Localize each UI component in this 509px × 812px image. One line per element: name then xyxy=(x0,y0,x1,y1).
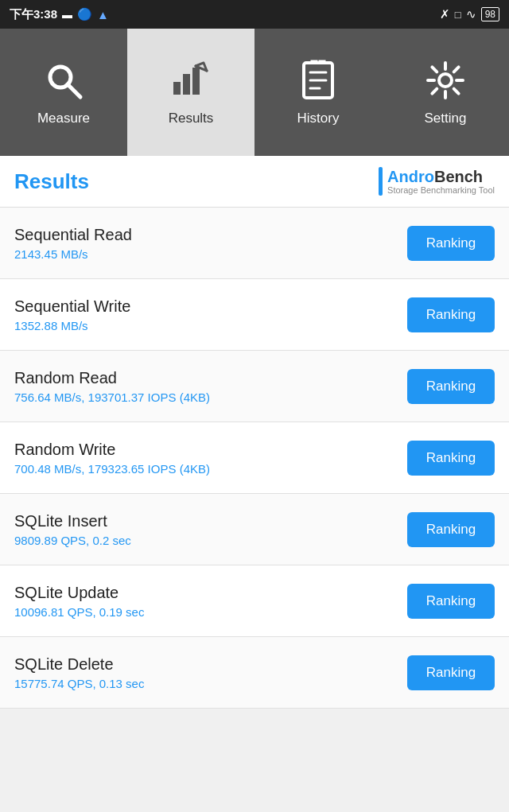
notification-icon: 🔵 xyxy=(77,7,92,21)
table-row: Sequential Write1352.88 MB/sRanking xyxy=(0,279,509,351)
ranking-button[interactable]: Ranking xyxy=(407,512,495,547)
result-info: Random Read756.64 MB/s, 193701.37 IOPS (… xyxy=(14,369,210,404)
result-info: SQLite Insert9809.89 QPS, 0.2 sec xyxy=(14,512,131,547)
history-icon xyxy=(296,58,340,103)
tab-history[interactable]: History xyxy=(254,29,382,156)
result-name: Random Write xyxy=(14,441,210,459)
ranking-button[interactable]: Ranking xyxy=(407,226,495,261)
svg-rect-3 xyxy=(183,74,190,95)
result-name: Sequential Read xyxy=(14,226,132,244)
brand-bar xyxy=(379,167,383,196)
vpn-icon: ▲ xyxy=(97,8,109,21)
result-value: 1352.88 MB/s xyxy=(14,319,130,332)
tab-results-label: Results xyxy=(169,111,214,126)
table-row: Random Write700.48 MB/s, 179323.65 IOPS … xyxy=(0,422,509,494)
table-row: Sequential Read2143.45 MB/sRanking xyxy=(0,208,509,279)
brand-sub: Storage Benchmarking Tool xyxy=(387,185,495,195)
status-bar: 下午3:38 ▬ 🔵 ▲ ✗ □ ∿ 98 xyxy=(0,0,509,29)
status-time: 下午3:38 xyxy=(10,7,57,22)
tab-history-label: History xyxy=(297,111,340,126)
ranking-button[interactable]: Ranking xyxy=(407,584,495,619)
result-value: 9809.89 QPS, 0.2 sec xyxy=(14,534,131,547)
result-info: SQLite Delete15775.74 QPS, 0.13 sec xyxy=(14,655,144,690)
result-info: Sequential Write1352.88 MB/s xyxy=(14,297,130,332)
tab-setting-label: Setting xyxy=(425,111,467,126)
battery-icon: 98 xyxy=(481,7,499,21)
results-header: Results AndroBench Storage Benchmarking … xyxy=(0,156,509,208)
ranking-button[interactable]: Ranking xyxy=(407,441,495,476)
results-icon xyxy=(169,58,213,103)
svg-line-1 xyxy=(68,84,80,97)
brand-name-2: Bench xyxy=(434,168,483,185)
table-row: SQLite Insert9809.89 QPS, 0.2 secRanking xyxy=(0,494,509,565)
tab-results[interactable]: Results xyxy=(127,29,254,156)
result-name: SQLite Update xyxy=(14,584,144,602)
result-value: 700.48 MB/s, 179323.65 IOPS (4KB) xyxy=(14,462,210,476)
tab-setting[interactable]: Setting xyxy=(382,29,509,156)
svg-rect-4 xyxy=(192,68,200,95)
brand-name: AndroBench xyxy=(387,168,495,185)
brand-name-1: Andro xyxy=(387,168,434,185)
result-value: 15775.74 QPS, 0.13 sec xyxy=(14,677,144,690)
setting-icon xyxy=(423,58,468,103)
result-value: 756.64 MB/s, 193701.37 IOPS (4KB) xyxy=(14,390,210,404)
brand-logo: AndroBench Storage Benchmarking Tool xyxy=(379,167,495,196)
svg-point-10 xyxy=(439,74,452,87)
table-row: SQLite Update10096.81 QPS, 0.19 secRanki… xyxy=(0,565,509,637)
result-name: Random Read xyxy=(14,369,210,387)
result-info: Random Write700.48 MB/s, 179323.65 IOPS … xyxy=(14,441,210,476)
result-name: SQLite Delete xyxy=(14,655,144,674)
tab-measure-label: Measure xyxy=(37,111,90,126)
result-value: 10096.81 QPS, 0.19 sec xyxy=(14,605,144,619)
table-row: SQLite Delete15775.74 QPS, 0.13 secRanki… xyxy=(0,637,509,709)
result-info: Sequential Read2143.45 MB/s xyxy=(14,226,132,261)
result-value: 2143.45 MB/s xyxy=(14,247,132,261)
results-list: Sequential Read2143.45 MB/sRankingSequen… xyxy=(0,208,509,709)
wifi-icon: ∿ xyxy=(466,7,476,21)
tab-measure[interactable]: Measure xyxy=(0,29,127,156)
result-name: SQLite Insert xyxy=(14,512,131,530)
ranking-button[interactable]: Ranking xyxy=(407,369,495,404)
measure-icon xyxy=(41,58,86,103)
ranking-button[interactable]: Ranking xyxy=(407,655,495,690)
ranking-button[interactable]: Ranking xyxy=(407,297,495,332)
tab-bar: Measure Results xyxy=(0,29,509,156)
alert-icon: □ xyxy=(455,9,461,21)
svg-rect-2 xyxy=(173,82,181,95)
result-info: SQLite Update10096.81 QPS, 0.19 sec xyxy=(14,584,144,619)
table-row: Random Read756.64 MB/s, 193701.37 IOPS (… xyxy=(0,351,509,422)
bluetooth-icon: ✗ xyxy=(440,7,450,21)
result-name: Sequential Write xyxy=(14,297,130,316)
page-title: Results xyxy=(14,169,89,194)
sim-icon: ▬ xyxy=(62,9,72,21)
